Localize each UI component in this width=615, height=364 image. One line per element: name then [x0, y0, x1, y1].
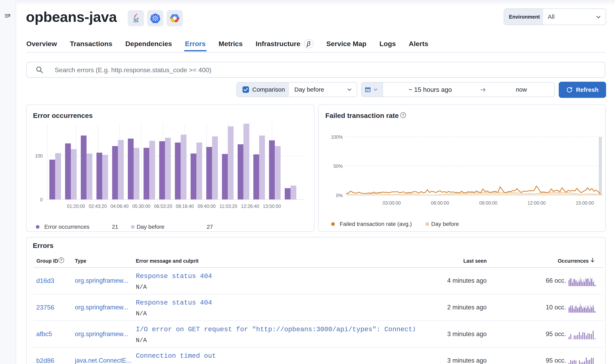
svg-text:05:30:00: 05:30:00	[132, 204, 150, 209]
svg-text:12:00:00: 12:00:00	[528, 200, 546, 206]
svg-text:100: 100	[35, 153, 43, 158]
svg-text:06:53:20: 06:53:20	[154, 204, 172, 209]
svg-text:?: ?	[60, 258, 63, 262]
svg-text:02:43:20: 02:43:20	[89, 204, 107, 209]
svg-text:12:26:40: 12:26:40	[241, 204, 259, 209]
svg-text:15:00:00: 15:00:00	[576, 200, 594, 206]
svg-text:03:00:00: 03:00:00	[383, 200, 401, 206]
svg-text:09:00:00: 09:00:00	[479, 200, 497, 206]
svg-text:06:00:00: 06:00:00	[431, 200, 449, 206]
svg-text:09:40:00: 09:40:00	[198, 204, 216, 209]
svg-text:01:20:00: 01:20:00	[67, 204, 85, 209]
svg-text:13:50:00: 13:50:00	[263, 204, 281, 209]
svg-text:0: 0	[40, 197, 43, 202]
svg-text:100%: 100%	[331, 134, 343, 140]
svg-text:0%: 0%	[336, 193, 343, 198]
svg-text:11:03:20: 11:03:20	[219, 204, 237, 209]
svg-text:08:16:40: 08:16:40	[176, 204, 194, 209]
svg-text:50%: 50%	[333, 164, 343, 169]
svg-text:04:06:40: 04:06:40	[110, 204, 129, 209]
